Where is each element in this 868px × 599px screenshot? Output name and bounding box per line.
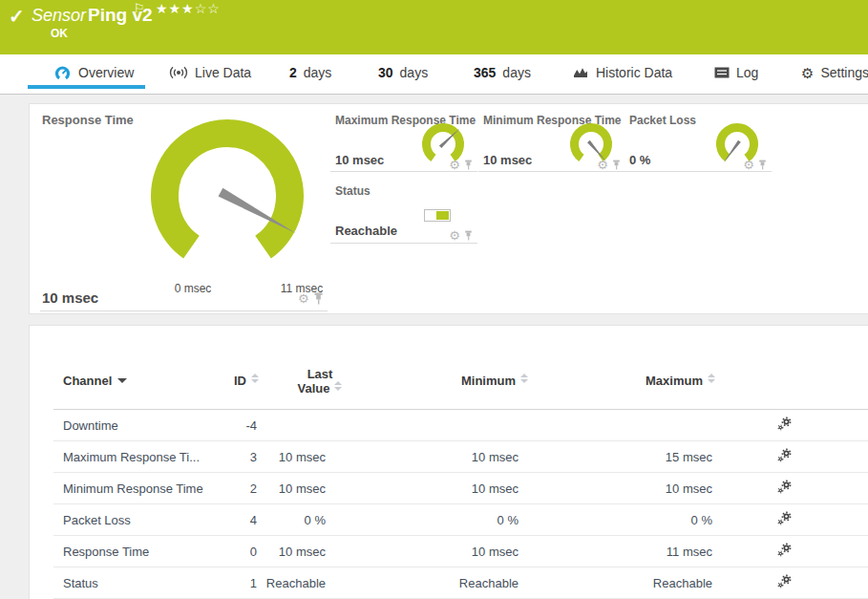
channel-settings-button[interactable] xyxy=(777,511,792,528)
column-header-label: ID xyxy=(234,374,246,388)
channel-settings-button[interactable] xyxy=(777,543,792,560)
sensor-header: ✓ Sensor Ping v2 ⚐ ★★★☆☆ OK xyxy=(0,0,868,54)
table-row[interactable]: Packet Loss40 %0 %0 % xyxy=(53,504,868,536)
channel-id: 1 xyxy=(163,576,257,590)
table-row[interactable]: Maximum Response Ti...310 msec10 msec15 … xyxy=(53,441,868,473)
log-list-icon xyxy=(714,67,730,78)
channel-name[interactable]: Packet Loss xyxy=(63,513,131,527)
tab-30-days[interactable]: 30 days xyxy=(378,54,428,91)
table-row[interactable]: Status1ReachableReachableReachable xyxy=(53,567,868,599)
channel-minimum: 10 msec xyxy=(383,481,519,496)
pin-icon[interactable] xyxy=(464,230,473,241)
channel-settings-button[interactable] xyxy=(777,480,792,497)
module-footer-icons: ⚙ xyxy=(743,159,767,171)
tab-label: Live Data xyxy=(195,65,251,80)
pin-icon[interactable] xyxy=(758,160,767,170)
module-divider xyxy=(625,171,772,172)
table-row[interactable]: Minimum Response Time210 msec10 msec10 m… xyxy=(53,473,868,504)
module-divider xyxy=(330,243,477,244)
table-row[interactable]: Downtime-4 xyxy=(53,410,868,441)
tab-label: days xyxy=(400,65,429,80)
priority-stars[interactable]: ★★★☆☆ xyxy=(156,1,221,16)
sensor-status-text: OK xyxy=(51,27,68,40)
channel-maximum: Reachable xyxy=(574,576,712,590)
channel-id: 0 xyxy=(163,545,257,559)
active-tab-underline xyxy=(28,85,145,89)
channel-last-value: 10 msec xyxy=(254,481,326,496)
column-header-channel[interactable]: Channel xyxy=(63,374,127,388)
channel-name[interactable]: Response Time xyxy=(63,545,149,559)
channel-gear-icon[interactable]: ⚙ xyxy=(743,159,754,171)
tab-365-days[interactable]: 365 days xyxy=(474,54,531,91)
channel-gear-icon[interactable]: ⚙ xyxy=(449,159,460,171)
status-value: Reachable xyxy=(335,224,397,238)
pin-icon[interactable] xyxy=(464,160,473,170)
channel-minimum: 10 msec xyxy=(383,450,519,464)
channel-minimum: 0 % xyxy=(383,513,519,527)
channel-gear-icon[interactable]: ⚙ xyxy=(449,229,460,242)
sort-icon xyxy=(251,374,259,383)
sort-icon xyxy=(334,381,342,391)
tab-label: Settings xyxy=(820,65,868,80)
sensor-kind-label: Sensor xyxy=(32,6,86,26)
channel-settings-icon xyxy=(777,448,792,462)
column-header-label: Minimum xyxy=(461,374,516,388)
pin-icon[interactable] xyxy=(313,292,324,305)
sort-desc-icon xyxy=(117,378,127,383)
module-divider xyxy=(478,171,625,172)
channel-settings-icon xyxy=(777,480,792,494)
channel-minimum: 10 msec xyxy=(383,545,519,559)
column-header-minimum[interactable]: Minimum xyxy=(392,374,528,388)
channel-id: -4 xyxy=(163,418,257,433)
channel-settings-button[interactable] xyxy=(777,417,792,434)
channel-settings-button[interactable] xyxy=(777,574,792,591)
column-header-label: Value xyxy=(298,381,330,396)
channel-id: 3 xyxy=(163,450,257,464)
tab-settings[interactable]: ⚙ Settings xyxy=(801,54,868,91)
tab-label: days xyxy=(502,65,531,80)
tab-log[interactable]: Log xyxy=(714,54,758,91)
channel-maximum: 10 msec xyxy=(574,481,712,496)
gear-icon: ⚙ xyxy=(801,66,814,80)
tab-label: Overview xyxy=(78,65,134,80)
module-title: Response Time xyxy=(42,113,134,127)
gauge-scale-min-label: 0 msec xyxy=(164,282,222,295)
module-title: Status xyxy=(335,184,370,198)
module-footer-icons: ⚙ xyxy=(449,159,473,171)
column-header-id[interactable]: ID xyxy=(163,374,259,388)
packet-loss-module: Packet Loss 0 % ⚙ xyxy=(629,114,771,171)
tab-historic-data[interactable]: Historic Data xyxy=(573,54,672,91)
minimum-response-time-module: Minimum Response Time 10 msec ⚙ xyxy=(483,114,625,171)
gauge-icon xyxy=(53,65,72,81)
channel-last-value: 10 msec xyxy=(254,545,326,559)
channel-settings-icon xyxy=(777,574,792,588)
channel-id: 4 xyxy=(163,513,257,527)
channel-maximum: 15 msec xyxy=(574,450,712,464)
tab-2-days[interactable]: 2 days xyxy=(289,54,331,91)
gauge-value: 10 msec xyxy=(42,289,98,306)
channel-name[interactable]: Downtime xyxy=(63,418,118,433)
response-time-gauge xyxy=(146,115,308,277)
flag-icon[interactable]: ⚐ xyxy=(134,1,145,15)
channel-name[interactable]: Status xyxy=(63,576,98,590)
channel-maximum: 0 % xyxy=(574,513,712,527)
area-chart-icon xyxy=(573,66,589,79)
tab-label: days xyxy=(304,65,332,80)
column-header-label: Maximum xyxy=(646,374,703,388)
channel-settings-button[interactable] xyxy=(777,448,792,465)
column-header-last-value[interactable]: Last Value xyxy=(280,367,360,396)
column-header-maximum[interactable]: Maximum xyxy=(580,374,715,388)
gauge-value: 0 % xyxy=(629,153,650,167)
sensor-tab-bar: Overview Live Data 2 days 30 days 365 da… xyxy=(0,54,868,95)
table-row[interactable]: Response Time010 msec10 msec11 msec xyxy=(53,536,868,567)
channel-settings-icon xyxy=(777,543,792,557)
channel-last-value: Reachable xyxy=(254,576,326,590)
status-toggle[interactable] xyxy=(424,209,451,222)
channel-maximum: 11 msec xyxy=(574,545,712,559)
channel-minimum: Reachable xyxy=(383,576,519,590)
tab-live-data[interactable]: Live Data xyxy=(169,54,251,91)
channel-gear-icon[interactable]: ⚙ xyxy=(298,292,309,305)
channel-gear-icon[interactable]: ⚙ xyxy=(597,159,608,171)
pin-icon[interactable] xyxy=(612,160,621,170)
module-footer-icons: ⚙ xyxy=(597,159,621,171)
